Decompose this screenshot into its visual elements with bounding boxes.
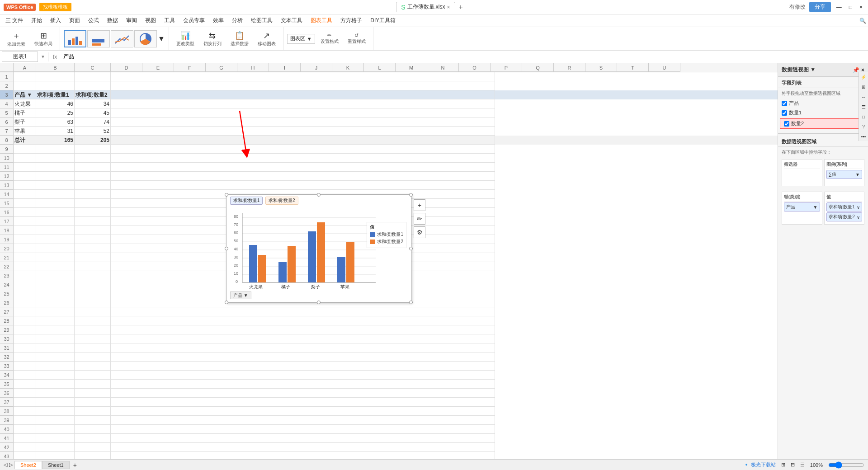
cell-A17[interactable] bbox=[14, 217, 36, 226]
chart-elements-button[interactable]: + bbox=[414, 199, 425, 211]
chart-handle-bm[interactable] bbox=[317, 301, 321, 304]
cell-A23[interactable] bbox=[14, 271, 36, 280]
col-header-O[interactable]: O bbox=[459, 63, 491, 72]
field-item-product[interactable]: 产品 bbox=[778, 99, 868, 108]
cell-C8[interactable]: 205 bbox=[75, 136, 111, 145]
cell-rest-11[interactable] bbox=[111, 163, 495, 172]
side-icon-7[interactable]: ••• bbox=[859, 132, 868, 141]
cell-rest-38[interactable] bbox=[111, 407, 495, 416]
cell-A31[interactable] bbox=[14, 343, 36, 352]
cell-C22[interactable] bbox=[75, 262, 111, 271]
cell-C26[interactable] bbox=[75, 298, 111, 307]
cell-B40[interactable] bbox=[36, 425, 75, 434]
chart-filter-button[interactable]: ⚙ bbox=[414, 226, 425, 238]
cell-B27[interactable] bbox=[36, 307, 75, 316]
cell-B4[interactable]: 46 bbox=[36, 99, 75, 108]
cell-C43[interactable] bbox=[75, 452, 111, 459]
cell-C18[interactable] bbox=[75, 226, 111, 235]
field-checkbox-product[interactable] bbox=[782, 101, 787, 106]
chart-handle-tl[interactable] bbox=[225, 193, 228, 197]
field-checkbox-qty1[interactable] bbox=[782, 110, 787, 116]
menu-view[interactable]: 视图 bbox=[142, 15, 160, 26]
cell-A29[interactable] bbox=[14, 325, 36, 334]
col-header-U[interactable]: U bbox=[649, 63, 680, 72]
close-window-icon[interactable]: × bbox=[858, 4, 864, 10]
add-element-button[interactable]: ＋ 添加元素 bbox=[4, 28, 29, 49]
cell-A41[interactable] bbox=[14, 434, 36, 443]
cell-B23[interactable] bbox=[36, 271, 75, 280]
cell-B34[interactable] bbox=[36, 371, 75, 380]
share-button[interactable]: 分享 bbox=[809, 2, 831, 12]
cell-B30[interactable] bbox=[36, 334, 75, 343]
chart-thumb-2[interactable] bbox=[87, 30, 110, 47]
cell-B1[interactable] bbox=[36, 72, 75, 81]
side-icon-3[interactable]: ↔ bbox=[859, 92, 868, 101]
cell-A35[interactable] bbox=[14, 380, 36, 389]
cell-rest-27[interactable] bbox=[111, 307, 495, 316]
cell-A13[interactable] bbox=[14, 181, 36, 190]
search-icon[interactable]: 🔍 bbox=[859, 18, 866, 24]
cell-B19[interactable] bbox=[36, 235, 75, 244]
col-header-B[interactable]: B bbox=[36, 63, 75, 72]
cell-rest-35[interactable] bbox=[111, 380, 495, 389]
cell-C6[interactable]: 74 bbox=[75, 118, 111, 127]
cell-B15[interactable] bbox=[36, 199, 75, 208]
cell-A6[interactable]: 梨子 bbox=[14, 118, 36, 127]
pivot-tag-qty2[interactable]: 求和项:数量2 ∨ bbox=[826, 212, 863, 221]
cell-C27[interactable] bbox=[75, 307, 111, 316]
cell-A38[interactable] bbox=[14, 407, 36, 416]
cell-rest-9[interactable] bbox=[111, 145, 495, 154]
cell-A21[interactable] bbox=[14, 253, 36, 262]
modify-button[interactable]: 有修改 bbox=[789, 3, 806, 11]
cell-B24[interactable] bbox=[36, 280, 75, 289]
cell-A27[interactable] bbox=[14, 307, 36, 316]
cell-C23[interactable] bbox=[75, 271, 111, 280]
cell-C36[interactable] bbox=[75, 389, 111, 398]
cell-rest-41[interactable] bbox=[111, 434, 495, 443]
cell-C14[interactable] bbox=[75, 190, 111, 199]
cell-C16[interactable] bbox=[75, 208, 111, 217]
cell-A4[interactable]: 火龙果 bbox=[14, 99, 36, 108]
field-checkbox-qty2[interactable] bbox=[784, 121, 789, 127]
formula-input[interactable] bbox=[61, 54, 866, 60]
chart-handle-bl[interactable] bbox=[225, 301, 228, 304]
view-page-icon[interactable]: ☰ bbox=[800, 462, 805, 468]
sheet-tab-sheet2[interactable]: Sheet2 bbox=[14, 461, 42, 469]
cell-rest-34[interactable] bbox=[111, 371, 495, 380]
cell-rest-10[interactable] bbox=[111, 154, 495, 163]
col-header-C[interactable]: C bbox=[75, 63, 111, 72]
cell-B3[interactable]: 求和项:数量1 bbox=[36, 90, 75, 99]
pivot-tag-qty1[interactable]: 求和项:数量1 ∨ bbox=[826, 202, 863, 212]
menu-efficiency[interactable]: 效率 bbox=[209, 15, 227, 26]
cell-B21[interactable] bbox=[36, 253, 75, 262]
cell-rest-1[interactable] bbox=[111, 72, 495, 81]
cell-B25[interactable] bbox=[36, 289, 75, 298]
cell-A19[interactable] bbox=[14, 235, 36, 244]
col-header-N[interactable]: N bbox=[427, 63, 459, 72]
cell-C39[interactable] bbox=[75, 416, 111, 425]
cell-A39[interactable] bbox=[14, 416, 36, 425]
cell-A34[interactable] bbox=[14, 371, 36, 380]
cell-C31[interactable] bbox=[75, 343, 111, 352]
cell-B7[interactable]: 31 bbox=[36, 127, 75, 136]
cell-C11[interactable] bbox=[75, 163, 111, 172]
cell-B11[interactable] bbox=[36, 163, 75, 172]
col-header-A[interactable]: A bbox=[14, 63, 36, 72]
col-header-T[interactable]: T bbox=[617, 63, 649, 72]
cell-B6[interactable]: 63 bbox=[36, 118, 75, 127]
scroll-left-icon[interactable]: ◁ bbox=[4, 462, 7, 468]
pivot-tag-qty2-dropdown[interactable]: ∨ bbox=[857, 215, 860, 220]
pivot-tag-product-dropdown[interactable]: ▼ bbox=[813, 205, 818, 210]
cell-A7[interactable]: 苹果 bbox=[14, 127, 36, 136]
move-chart-button[interactable]: ↗ 移动图表 bbox=[254, 29, 279, 49]
menu-text-tools[interactable]: 文本工具 bbox=[277, 15, 306, 26]
cell-C37[interactable] bbox=[75, 398, 111, 407]
cell-B28[interactable] bbox=[36, 316, 75, 325]
cell-C34[interactable] bbox=[75, 371, 111, 380]
cell-C35[interactable] bbox=[75, 380, 111, 389]
cell-A22[interactable] bbox=[14, 262, 36, 271]
cell-A8[interactable]: 总计 bbox=[14, 136, 36, 145]
cell-B32[interactable] bbox=[36, 352, 75, 362]
cell-rest-13[interactable] bbox=[111, 181, 495, 190]
col-header-R[interactable]: R bbox=[554, 63, 585, 72]
